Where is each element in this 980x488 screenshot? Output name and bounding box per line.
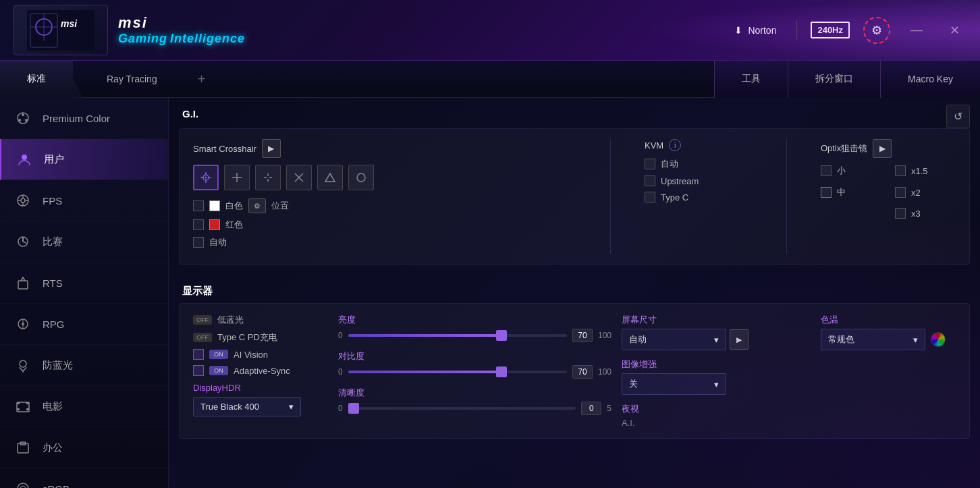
sidebar-item-rts[interactable]: RTS <box>0 263 168 304</box>
blue-light-label: 防蓝光 <box>43 359 73 372</box>
image-enhance-select[interactable]: 关 ▾ <box>622 373 726 395</box>
crosshair-auto-row: 自动 <box>193 236 576 248</box>
sidebar-item-office[interactable]: 办公 <box>0 427 168 468</box>
race-icon <box>13 232 32 251</box>
white-color-swatch[interactable] <box>209 200 220 211</box>
adaptive-sync-check[interactable] <box>193 365 204 376</box>
sidebar-item-user[interactable]: 用户 <box>0 139 168 180</box>
crosshair-expand[interactable] <box>255 165 281 190</box>
sidebar-item-srgb[interactable]: sRGB <box>0 468 168 488</box>
optix-small-label: 小 <box>837 165 846 177</box>
contrast-slider[interactable] <box>348 371 567 373</box>
svg-rect-31 <box>17 408 20 410</box>
sharpness-slider[interactable] <box>348 407 576 410</box>
optix-play-btn[interactable]: ▶ <box>873 139 892 158</box>
contrast-max: 100 <box>598 367 611 377</box>
screen-size-select[interactable]: 自动 ▾ <box>622 329 726 350</box>
optix-x3-label: x3 <box>911 209 921 219</box>
sidebar-item-rpg[interactable]: RPG <box>0 304 168 345</box>
tab-ray-tracing-label: Ray Tracing <box>107 74 157 84</box>
brightness-value: 70 <box>572 329 593 342</box>
svg-text:msi: msi <box>61 18 78 29</box>
kvm-info-icon[interactable]: i <box>669 139 681 151</box>
optix-x15-check[interactable] <box>895 165 906 176</box>
crosshair-x[interactable] <box>286 165 312 190</box>
color-temp-value: 常规色 <box>828 333 854 346</box>
crosshair-dot[interactable] <box>193 165 219 190</box>
display-hdr-label: DisplayHDR <box>193 383 328 393</box>
tab-tools[interactable]: 工具 <box>714 61 788 98</box>
premium-color-icon <box>13 109 32 128</box>
svg-rect-32 <box>26 408 29 410</box>
rts-label: RTS <box>43 277 63 289</box>
tab-add-button[interactable]: + <box>184 72 219 87</box>
red-color-swatch[interactable] <box>209 219 220 230</box>
screen-size-value: 自动 <box>629 333 647 346</box>
optix-x15-label: x1.5 <box>911 166 928 176</box>
crosshair-circle[interactable] <box>348 165 374 190</box>
optix-x3-check[interactable] <box>895 208 906 219</box>
sharpness-group: 清晰度 0 0 5 <box>338 387 611 415</box>
kvm-upstream-check[interactable] <box>645 175 655 186</box>
color-wheel-button[interactable] <box>931 332 946 347</box>
low-blue-row: OFF 低蓝光 <box>193 314 328 326</box>
sidebar-item-premium-color[interactable]: Premium Color <box>0 98 168 139</box>
settings-button[interactable]: ⚙ <box>863 17 890 44</box>
brightness-label: 亮度 <box>338 314 611 326</box>
crosshair-auto-check[interactable] <box>193 237 204 248</box>
kvm-typec-label: Type C <box>661 192 688 202</box>
smart-crosshair-play[interactable]: ▶ <box>262 139 281 158</box>
kvm-auto-check[interactable] <box>645 159 655 169</box>
tab-split-window[interactable]: 拆分窗口 <box>788 61 880 98</box>
tab-standard[interactable]: 标准 <box>0 61 73 98</box>
svg-point-10 <box>25 119 28 121</box>
svg-point-11 <box>22 155 27 160</box>
norton-button[interactable]: ⬇ Norton <box>728 22 783 39</box>
svg-point-26 <box>20 360 26 367</box>
tab-macro-key[interactable]: Macro Key <box>880 61 980 98</box>
display-toggles-col: OFF 低蓝光 OFF Type C PD充电 ON AI Vision <box>193 314 328 428</box>
low-blue-toggle[interactable]: OFF <box>193 315 212 325</box>
ai-vision-label: AI Vision <box>234 350 268 360</box>
sidebar-item-fps[interactable]: FPS <box>0 180 168 221</box>
optix-small-check[interactable] <box>821 165 832 176</box>
svg-marker-51 <box>325 173 335 182</box>
kvm-typec-check[interactable] <box>645 192 655 202</box>
sidebar-item-movie[interactable]: 电影 <box>0 386 168 427</box>
color-temp-select[interactable]: 常规色 ▾ <box>821 329 925 350</box>
brightness-slider[interactable] <box>348 334 567 337</box>
adaptive-sync-toggle[interactable]: ON <box>209 366 228 375</box>
crosshair-settings-btn[interactable]: ⚙ <box>248 198 266 213</box>
screen-size-arrow: ▾ <box>714 335 719 345</box>
typec-pd-toggle[interactable]: OFF <box>193 333 212 342</box>
sidebar-item-blue-light[interactable]: 防蓝光 <box>0 345 168 386</box>
crosshair-triangle[interactable] <box>317 165 343 190</box>
crosshair-color-red-check[interactable] <box>193 219 204 230</box>
tab-ray-tracing[interactable]: Ray Tracing <box>80 61 184 98</box>
ai-vision-check[interactable] <box>193 349 204 360</box>
display-grid: OFF 低蓝光 OFF Type C PD充电 ON AI Vision <box>193 314 956 428</box>
fps-label: FPS <box>43 195 62 207</box>
svg-rect-29 <box>17 402 20 404</box>
crosshair-color-white-check[interactable] <box>193 200 204 211</box>
svg-point-38 <box>205 177 207 179</box>
hz-badge: 240Hz <box>811 22 850 38</box>
ai-vision-toggle[interactable]: ON <box>209 350 228 359</box>
optix-medium-label: 中 <box>837 186 846 198</box>
red-label: 红色 <box>225 219 243 231</box>
crosshair-cross[interactable] <box>224 165 250 190</box>
image-enhance-group: 图像增强 关 ▾ <box>622 358 811 395</box>
sidebar-item-race[interactable]: 比赛 <box>0 221 168 263</box>
screen-size-group: 屏幕尺寸 自动 ▾ ▶ <box>622 314 811 350</box>
optix-x15-row: x1.5 <box>895 165 956 177</box>
refresh-button[interactable]: ↺ <box>946 105 970 128</box>
typec-pd-label: Type C PD充电 <box>217 331 277 344</box>
screen-size-play[interactable]: ▶ <box>730 329 748 350</box>
optix-label: Optix狙击镜 ▶ <box>821 139 956 158</box>
optix-medium-check[interactable] <box>821 187 832 198</box>
minimize-button[interactable]: — <box>904 20 929 40</box>
close-button[interactable]: ✕ <box>943 20 967 41</box>
optix-x2-check[interactable] <box>895 187 906 198</box>
true-black-select[interactable]: True Black 400 ▾ <box>193 397 301 416</box>
svg-point-9 <box>18 119 21 121</box>
